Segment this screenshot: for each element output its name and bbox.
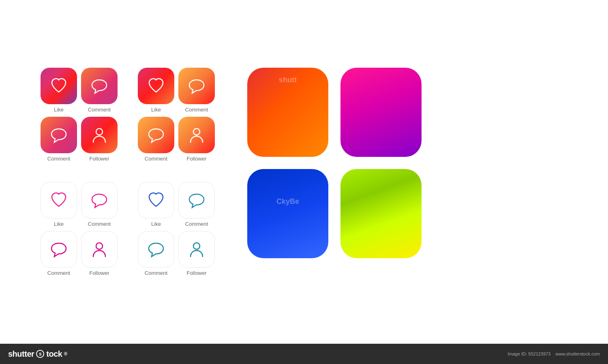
like-item-1: Like [41, 68, 77, 113]
footer-bar: shutter s tock ® Image ID: 552123973 www… [0, 344, 608, 364]
comment-icon-7 [186, 190, 207, 210]
gradient-box-pink-purple-container [340, 68, 422, 157]
filled-icons-section: Like Comment [41, 68, 118, 276]
right-icons-section: Like Comment [138, 68, 215, 276]
gradient-box-red-orange: shutt [247, 68, 328, 157]
comment-icon-box-7[interactable] [178, 182, 215, 218]
comment-item-5: Comment [81, 182, 118, 227]
svg-point-2 [193, 128, 200, 135]
gradient-box-red-orange-container: shutt [247, 68, 328, 157]
icon-group-1: Like Comment [41, 68, 118, 162]
gradient-box-blue-container: CkyBe [247, 169, 328, 258]
comment-label-2: Comment [47, 156, 70, 162]
follower-label-4: Follower [186, 270, 206, 276]
follower-label-2: Follower [186, 156, 206, 162]
like-icon-box-2[interactable] [138, 68, 174, 104]
website: www.shutterstock.com [556, 351, 600, 356]
svg-point-3 [193, 243, 200, 249]
follower-icon-3 [89, 239, 109, 259]
icon-row-8: Comment Follower [138, 231, 215, 276]
like-label-1: Like [54, 107, 64, 113]
follower-icon-box-2[interactable] [178, 117, 215, 153]
comment-icon-box-3[interactable] [178, 68, 215, 104]
registered-mark: ® [64, 351, 67, 357]
like-icon-box-1[interactable] [41, 68, 77, 104]
follower-item-1: Follower [81, 117, 118, 162]
watermark-1: shutt [247, 76, 328, 84]
gradients-section: shutt CkyBe [247, 68, 422, 258]
icon-row-5: Like Comment [41, 182, 118, 227]
like-label-4: Like [151, 221, 161, 227]
comment-label-7: Comment [185, 221, 208, 227]
comment-label-8: Comment [145, 270, 167, 276]
comment-icon-8 [146, 239, 166, 259]
comment-label-3: Comment [185, 107, 208, 113]
comment-item-7: Comment [178, 182, 215, 227]
like-item-2: Like [138, 68, 174, 113]
icon-row-3: Like Comment [138, 68, 215, 113]
icon-row-7: Like Comment [138, 182, 215, 227]
like-label-2: Like [151, 107, 161, 113]
comment-icon-6 [49, 239, 69, 259]
logo-s-circle: s [36, 350, 44, 358]
icon-group-2: Like Comment [138, 68, 215, 162]
image-id: Image ID: 552123973 [508, 351, 551, 356]
icon-row-4: Comment Follower [138, 117, 215, 162]
gradient-pair-bottom: CkyBe [247, 169, 422, 258]
comment-label-4: Comment [145, 156, 167, 162]
logo-text-2: tock [46, 349, 62, 359]
like-icon-box-3[interactable] [41, 182, 77, 218]
follower-item-2: Follower [178, 117, 215, 162]
like-item-4: Like [138, 182, 174, 227]
comment-icon-5 [89, 190, 109, 210]
follower-label-3: Follower [89, 270, 109, 276]
comment-icon-box-1[interactable] [81, 68, 118, 104]
comment-icon-box-2[interactable] [41, 117, 77, 153]
follower-item-4: Follower [178, 231, 215, 276]
follower-icon-4 [186, 239, 207, 259]
shutterstock-logo: shutter s tock ® [8, 349, 67, 359]
comment-icon-1 [89, 76, 109, 96]
watermark-3: CkyBe [247, 197, 328, 206]
comment-icon-box-8[interactable] [138, 231, 174, 268]
comment-icon-box-5[interactable] [81, 182, 118, 218]
comment-item-4: Comment [138, 117, 174, 162]
icon-row-6: Comment Follower [41, 231, 118, 276]
heart-icon-2 [146, 76, 166, 96]
comment-icon-box-6[interactable] [41, 231, 77, 268]
comment-label-1: Comment [88, 107, 111, 113]
svg-point-1 [96, 243, 103, 249]
heart-icon-3 [49, 190, 69, 210]
gradient-box-blue: CkyBe [247, 169, 328, 258]
comment-icon-4 [146, 125, 166, 145]
footer-info: Image ID: 552123973 www.shutterstock.com [508, 351, 600, 356]
follower-icon-2 [186, 125, 207, 145]
gradient-box-yellow-green-container [340, 169, 422, 258]
comment-label-5: Comment [88, 221, 111, 227]
heart-icon-4 [146, 190, 166, 210]
like-label-3: Like [54, 221, 64, 227]
logo-text: shutter [8, 349, 34, 359]
comment-icon-3 [186, 76, 207, 96]
follower-icon-box-1[interactable] [81, 117, 118, 153]
like-icon-box-4[interactable] [138, 182, 174, 218]
comment-item-3: Comment [178, 68, 215, 113]
follower-icon-1 [89, 125, 109, 145]
heart-icon-1 [49, 76, 69, 96]
follower-item-3: Follower [81, 231, 118, 276]
comment-icon-box-4[interactable] [138, 117, 174, 153]
icon-group-3: Like Comment [41, 182, 118, 276]
icon-row-2: Comment Follower [41, 117, 118, 162]
comment-icon-2 [49, 125, 69, 145]
comment-item-2: Comment [41, 117, 77, 162]
follower-label-1: Follower [89, 156, 109, 162]
gradient-box-yellow-green [340, 169, 422, 258]
icon-row-1: Like Comment [41, 68, 118, 113]
gradient-pair-top: shutt [247, 68, 422, 157]
comment-item-8: Comment [138, 231, 174, 276]
svg-point-0 [96, 128, 103, 135]
comment-item-1: Comment [81, 68, 118, 113]
follower-icon-box-4[interactable] [178, 231, 215, 268]
gradient-box-pink-purple [340, 68, 422, 157]
follower-icon-box-3[interactable] [81, 231, 118, 268]
